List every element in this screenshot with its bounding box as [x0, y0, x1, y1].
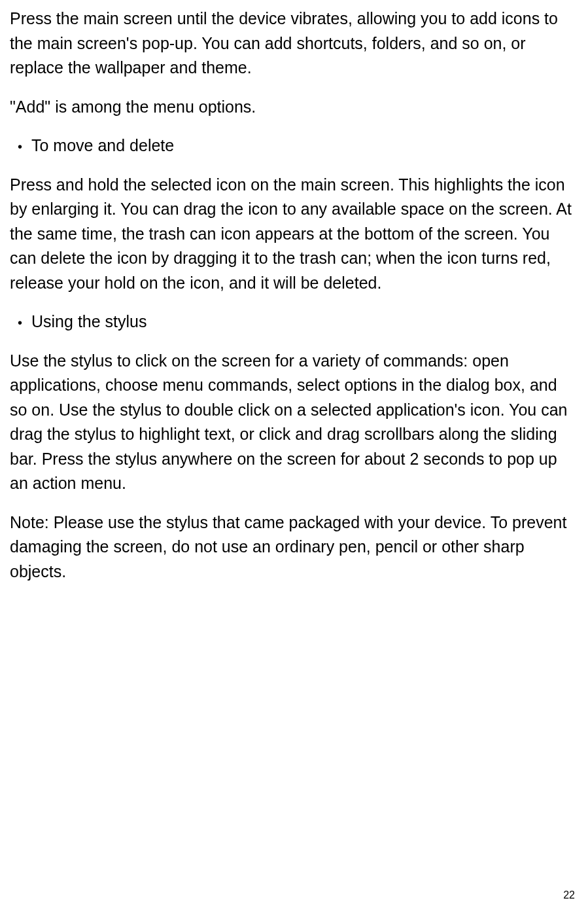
bullet-item-stylus: • Using the stylus: [10, 310, 575, 334]
paragraph-add-option: "Add" is among the menu options.: [10, 95, 575, 120]
paragraph-intro: Press the main screen until the device v…: [10, 7, 575, 80]
bullet-item-move-delete: • To move and delete: [10, 134, 575, 158]
bullet-label: Using the stylus: [31, 310, 575, 334]
bullet-label: To move and delete: [31, 134, 575, 158]
bullet-icon: •: [18, 137, 22, 156]
bullet-icon: •: [18, 313, 22, 332]
paragraph-note: Note: Please use the stylus that came pa…: [10, 510, 575, 584]
page-number: 22: [563, 887, 575, 903]
paragraph-stylus-usage: Use the stylus to click on the screen fo…: [10, 349, 575, 496]
paragraph-move-delete: Press and hold the selected icon on the …: [10, 173, 575, 296]
